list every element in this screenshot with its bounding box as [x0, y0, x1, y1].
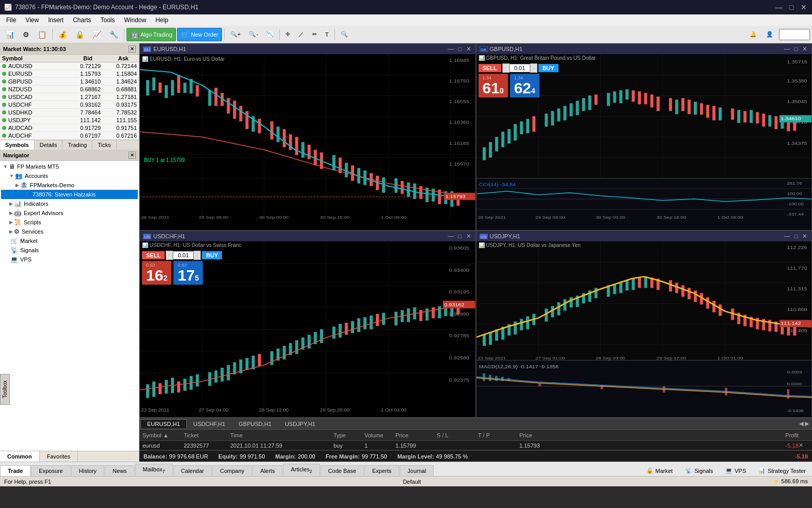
strategy-tester-link[interactable]: 📊 Strategy Tester [752, 465, 812, 476]
bot-tab-calendar[interactable]: Calendar [173, 465, 212, 476]
market-order-button[interactable]: 📈 [89, 28, 105, 41]
usdchf-sell-price[interactable]: 0.93 162 [142, 261, 171, 285]
usdchf-buy-button[interactable]: BUY [202, 251, 222, 259]
nav-item[interactable]: 👤 738076: Steven Hatzakis [1, 190, 138, 199]
buy-button-tb[interactable]: 💰 [55, 28, 71, 41]
pen-tool-button[interactable]: ✏ [309, 28, 321, 41]
nav-item[interactable]: 🛒 Market [1, 236, 138, 245]
alerts-button[interactable]: 🔔 [746, 28, 760, 41]
market-watch-close[interactable]: ✕ [129, 45, 136, 53]
menu-window[interactable]: Window [120, 15, 151, 25]
chart-tab-usdchf[interactable]: USDCHF,H1 [187, 419, 232, 428]
new-order-button[interactable]: 🛒 New Order [177, 28, 222, 41]
bot-tab-news[interactable]: News [105, 465, 135, 476]
chart-settings-button[interactable]: ⚙ [19, 28, 33, 41]
sell-button-tb[interactable]: 🔒 [72, 28, 88, 41]
menu-help[interactable]: Help [151, 15, 172, 25]
nav-item[interactable]: ▶ 📊 Indicators [1, 199, 138, 208]
usdchf-qty-down[interactable]: ▼ [166, 251, 173, 260]
usdchf-minimize[interactable]: — [447, 233, 455, 240]
chart-usdjpy-body[interactable]: 📊 USDJPY, H1: US Dollar vs Japanese Yen [476, 241, 812, 417]
nav-tab-common[interactable]: Common [0, 451, 40, 462]
bot-tab-company[interactable]: Company [212, 465, 252, 476]
market-watch-row[interactable]: EURUSD 1.15793 1.15804 [0, 70, 139, 78]
chart-eurusd-body[interactable]: 📊 EURUSD, H1: Euro vs US Dollar BUY 1 at… [140, 54, 475, 230]
chart-tab-usdjpy[interactable]: USDJPY,H1 [278, 419, 322, 428]
menu-charts[interactable]: Charts [69, 15, 95, 25]
eurusd-close[interactable]: ✕ [465, 45, 472, 53]
text-tool-button[interactable]: T [322, 28, 332, 41]
gbpusd-buy-button[interactable]: BUY [538, 64, 559, 72]
nav-item[interactable]: ▶ 🏦 FPMarkets-Demo [1, 181, 138, 190]
market-watch-row[interactable]: NZDUSD 0.68862 0.68881 [0, 86, 139, 93]
bot-tab-codebase[interactable]: Code Base [321, 465, 364, 476]
navigator-close[interactable]: ✕ [129, 152, 136, 159]
bot-tab-history[interactable]: History [71, 465, 104, 476]
bot-tab-mailbox[interactable]: Mailbox7 [135, 464, 173, 476]
bot-tab-experts[interactable]: Experts [364, 465, 399, 476]
market-watch-row[interactable]: USDCHF 0.93162 0.93175 [0, 101, 139, 109]
bot-tab-journal[interactable]: Journal [400, 465, 434, 476]
usdchf-close[interactable]: ✕ [465, 233, 472, 240]
bot-tab-alerts[interactable]: Alerts [252, 465, 282, 476]
menu-file[interactable]: File [2, 15, 20, 25]
close-button[interactable]: ✕ [800, 3, 808, 11]
market-watch-row[interactable]: AUDCAD 0.91729 0.91751 [0, 124, 139, 132]
usdjpy-maximize[interactable]: □ [793, 233, 799, 240]
leverage-input[interactable] [779, 29, 810, 40]
tab-ticks[interactable]: Ticks [92, 140, 116, 150]
market-watch-row[interactable]: USDJPY 111.142 111.155 [0, 117, 139, 124]
tab-details[interactable]: Details [35, 140, 63, 150]
bot-tab-articles[interactable]: Articles2 [283, 464, 320, 476]
bot-tab-exposure[interactable]: Exposure [31, 465, 70, 476]
menu-tools[interactable]: Tools [97, 15, 119, 25]
trade-cell-close[interactable]: ✕ [799, 442, 809, 449]
algo-trading-button[interactable]: 🤖 Algo Trading [126, 28, 176, 41]
chart-tab-gbpusd[interactable]: GBPUSD,H1 [232, 419, 278, 428]
vps-link[interactable]: 💻 VPS [719, 465, 752, 476]
chart-tab-eurusd[interactable]: EURUSD,H1 [140, 419, 187, 428]
usdchf-qty-up[interactable]: ▲ [194, 251, 201, 260]
gbpusd-qty-input[interactable] [510, 64, 530, 72]
market-watch-row[interactable]: GBPUSD 1.34610 1.34624 [0, 78, 139, 86]
search-button[interactable]: 🔍 [337, 28, 352, 41]
nav-item[interactable]: ▼ 👥 Accounts [1, 171, 138, 181]
chart-tab-arrows[interactable]: ◀ ▶ [797, 420, 811, 427]
nav-item[interactable]: ▶ ⚙ Services [1, 227, 138, 236]
nav-item[interactable]: ▼ 🖥 FP Markets MT5 [1, 162, 138, 171]
toolbox-tab[interactable]: Toolbox [0, 374, 10, 405]
gbpusd-buy-price[interactable]: 1.34 624 [510, 74, 539, 97]
nav-item[interactable]: ▶ 🤖 Expert Advisors [1, 208, 138, 218]
signals-link[interactable]: 📡 Signals [679, 465, 719, 476]
usdchf-qty-input[interactable] [173, 251, 194, 259]
market-watch-row[interactable]: USDCAD 1.27167 1.27181 [0, 93, 139, 101]
bot-tab-trade[interactable]: Trade [0, 465, 30, 476]
nav-tab-favorites[interactable]: Favorites [40, 451, 78, 462]
market-watch-row[interactable]: AUDCHF 0.67197 0.67216 [0, 132, 139, 140]
line-tool-button[interactable]: ／ [295, 28, 308, 41]
chart-usdchf-body[interactable]: 📊 USDCHF, H1: US Dollar vs Swiss Franc S… [140, 241, 475, 417]
usdchf-sell-button[interactable]: SELL [142, 251, 165, 259]
nav-item[interactable]: 📡 Signals [1, 245, 138, 255]
tab-trading[interactable]: Trading [62, 140, 92, 150]
usdjpy-close[interactable]: ✕ [801, 233, 808, 240]
gbpusd-qty-down[interactable]: ▼ [502, 63, 510, 73]
zoom-in-button[interactable]: 🔍+ [227, 28, 244, 41]
navigator-button[interactable]: 🔧 [106, 28, 122, 41]
gbpusd-close[interactable]: ✕ [801, 45, 808, 53]
new-chart-button[interactable]: 📊 [2, 28, 18, 41]
nav-item[interactable]: 💻 VPS [1, 255, 138, 264]
market-watch-row[interactable]: AUDUSD 0.72129 0.72144 [0, 62, 139, 70]
eurusd-maximize[interactable]: □ [457, 45, 463, 53]
account-button[interactable]: 👤 [762, 28, 777, 41]
minimize-button[interactable]: — [775, 3, 783, 11]
gbpusd-sell-price[interactable]: 1.34 610 [479, 74, 508, 97]
market-watch-button[interactable]: 📋 [34, 28, 50, 41]
chart-gbpusd-body[interactable]: 📊 GBPUSD, H1: Great Britain Pound vs US … [476, 54, 812, 230]
tab-symbols[interactable]: Symbols [0, 140, 35, 150]
usdjpy-minimize[interactable]: — [783, 233, 791, 240]
market-link[interactable]: 🔒 Market [640, 465, 679, 476]
gbpusd-sell-button[interactable]: SELL [479, 64, 501, 72]
market-watch-row[interactable]: USDHKD 7.78464 7.78532 [0, 109, 139, 117]
gbpusd-minimize[interactable]: — [783, 45, 791, 53]
